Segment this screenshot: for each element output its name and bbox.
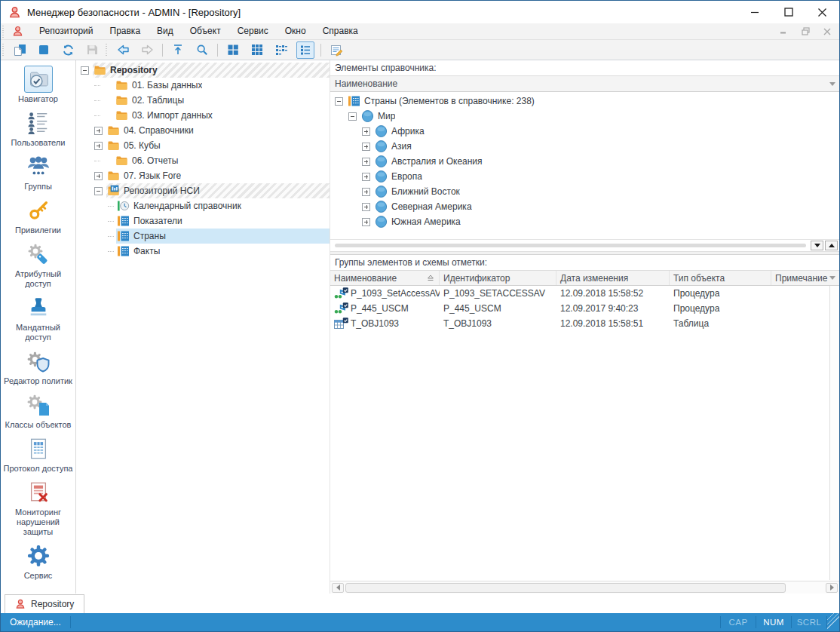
expand-icon[interactable] (362, 173, 370, 181)
view-large-icons-icon[interactable] (224, 41, 242, 59)
menu-view[interactable]: Вид (149, 23, 182, 40)
expand-icon[interactable] (94, 127, 103, 135)
tree-item-north-america[interactable]: Северная Америка (330, 199, 839, 214)
menu-edit[interactable]: Правка (102, 23, 149, 40)
properties-icon[interactable] (327, 41, 345, 59)
menu-window[interactable]: Окно (277, 23, 314, 40)
minimize-button[interactable] (737, 1, 771, 23)
view-small-icons-icon[interactable] (248, 41, 266, 59)
tab-repository[interactable]: Repository (5, 594, 84, 613)
toolbar-grip[interactable] (2, 44, 6, 56)
vertical-scroll-gutter[interactable] (829, 286, 839, 580)
tree-item-cubes[interactable]: 05. Кубы (76, 138, 330, 153)
close-button[interactable] (805, 1, 839, 23)
scroll-down-button[interactable] (811, 241, 823, 250)
column-header-name[interactable]: Наименование (330, 271, 440, 285)
menubar-grip[interactable] (2, 26, 6, 38)
tree-item-repository[interactable]: Repository (76, 63, 330, 78)
column-header-date[interactable]: Дата изменения (556, 271, 670, 285)
view-list-icon[interactable] (272, 41, 290, 59)
tree-item-reports[interactable]: 06. Отчеты (76, 153, 330, 168)
tree-item-nsi-repository[interactable]: Репозиторий НСИ (76, 183, 330, 198)
go-up-icon[interactable] (169, 41, 187, 59)
tree-item-countries[interactable]: Страны (76, 229, 330, 244)
sidebar-item-access-protocol[interactable]: Протокол доступа (2, 435, 75, 474)
collapse-icon[interactable] (348, 112, 357, 121)
scrollbar-track[interactable] (345, 583, 824, 593)
tree-item-indicators[interactable]: Показатели (76, 213, 330, 229)
tree-item-countries-root[interactable]: Страны (Элементов в справочнике: 238) (330, 94, 839, 109)
sidebar-item-users[interactable]: Пользователи (2, 109, 75, 148)
scrollbar-track[interactable] (335, 244, 806, 247)
tree-item-calendar-dictionary[interactable]: Календарный справочник (76, 198, 330, 213)
expand-icon[interactable] (94, 142, 103, 150)
mdi-system-menu-icon[interactable] (12, 26, 23, 37)
sidebar-item-navigator[interactable]: Навигатор (2, 66, 75, 104)
menu-object[interactable]: Объект (182, 23, 229, 40)
tree-item-fore-language[interactable]: 07. Язык Fore (76, 168, 330, 183)
dict-table-icon (117, 230, 130, 242)
collapse-icon[interactable] (335, 97, 343, 106)
groups-horizontal-scrollbar[interactable] (330, 581, 839, 594)
resize-grip[interactable] (827, 613, 839, 631)
expand-icon[interactable] (362, 203, 370, 211)
tree-item-data-import[interactable]: 03. Импорт данных (76, 108, 330, 123)
expand-icon[interactable] (362, 188, 370, 196)
new-object-icon[interactable] (11, 41, 29, 59)
menu-help[interactable]: Справка (314, 23, 366, 40)
search-icon[interactable] (193, 41, 211, 59)
scrollbar-thumb[interactable] (345, 583, 786, 593)
elements-horizontal-scrollbar[interactable] (330, 239, 839, 251)
tree-item-south-america[interactable]: Южная Америка (330, 214, 839, 229)
toolbar-grip[interactable] (106, 44, 109, 56)
collapse-icon[interactable] (81, 66, 89, 75)
open-object-icon[interactable] (35, 41, 53, 59)
tree-item-databases[interactable]: 01. Базы данных (76, 78, 330, 93)
tree-item-world[interactable]: Мир (330, 109, 839, 124)
expand-icon[interactable] (362, 127, 370, 136)
sidebar-item-policy-editor[interactable]: Редактор политик (2, 348, 75, 386)
tree-item-africa[interactable]: Африка (330, 124, 839, 139)
sidebar-item-privileges[interactable]: Привилегии (2, 197, 75, 235)
sidebar-item-service[interactable]: Сервис (2, 542, 75, 581)
forward-icon[interactable] (138, 41, 156, 59)
sidebar-item-attribute-access[interactable]: Атрибутный доступ (2, 241, 75, 289)
sidebar-item-object-classes[interactable]: Классы объектов (2, 391, 75, 430)
expand-icon[interactable] (362, 158, 370, 166)
menu-service[interactable]: Сервис (229, 23, 277, 40)
save-icon[interactable] (83, 41, 101, 59)
column-filter-icon[interactable] (826, 78, 838, 90)
tree-item-facts[interactable]: Факты (76, 244, 330, 259)
grid-filter-icon[interactable] (826, 272, 838, 284)
sidebar-item-violation-monitoring[interactable]: Мониторинг нарушений защиты (2, 479, 75, 537)
menu-repository[interactable]: Репозиторий (31, 23, 102, 40)
name-column-header[interactable]: Наименование (330, 76, 839, 92)
expand-icon[interactable] (94, 172, 103, 180)
refresh-icon[interactable] (59, 41, 77, 59)
expand-icon[interactable] (362, 143, 370, 151)
tree-item-asia[interactable]: Азия (330, 139, 839, 154)
scroll-left-button[interactable] (332, 583, 344, 593)
view-details-icon[interactable] (296, 41, 314, 59)
tree-item-australia-oceania[interactable]: Австралия и Океания (330, 154, 839, 169)
mdi-close-icon[interactable] (817, 25, 837, 38)
tree-item-middle-east[interactable]: Ближний Восток (330, 184, 839, 199)
back-icon[interactable] (114, 41, 132, 59)
maximize-button[interactable] (771, 1, 805, 23)
tree-item-europe[interactable]: Европа (330, 169, 839, 184)
expand-icon[interactable] (362, 218, 370, 226)
table-row[interactable]: P_1093_SetAccessAV P_1093_SETACCESSAV 12… (330, 286, 839, 301)
column-header-type[interactable]: Тип объекта (670, 271, 771, 285)
sidebar-item-mandatory-access[interactable]: Мандатный доступ (2, 294, 75, 342)
scroll-right-button[interactable] (826, 583, 838, 593)
sidebar-item-groups[interactable]: Группы (2, 153, 75, 192)
tree-item-tables[interactable]: 02. Таблицы (76, 93, 330, 108)
mdi-restore-icon[interactable] (796, 25, 815, 38)
tree-item-dictionaries[interactable]: 04. Справочники (76, 123, 330, 138)
column-header-id[interactable]: Идентификатор (440, 271, 556, 285)
table-row[interactable]: T_OBJ1093 T_OBJ1093 12.09.2018 15:58:51 … (330, 316, 839, 331)
scroll-up-button[interactable] (825, 241, 838, 250)
table-row[interactable]: P_445_USCM P_445_USCM 12.09.2017 9:40:23… (330, 301, 839, 316)
collapse-icon[interactable] (94, 187, 103, 195)
mdi-minimize-icon[interactable] (774, 25, 793, 38)
